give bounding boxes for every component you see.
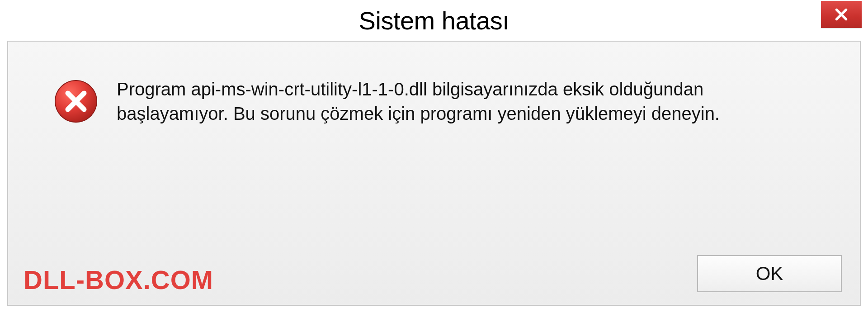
close-icon — [833, 6, 849, 23]
close-button[interactable] — [821, 1, 862, 28]
watermark-text: DLL-BOX.COM — [24, 265, 213, 295]
dialog-title: Sistem hatası — [359, 6, 509, 35]
ok-button-label: OK — [756, 263, 783, 285]
dialog-content: Program api-ms-win-crt-utility-l1-1-0.dl… — [53, 77, 808, 126]
titlebar: Sistem hatası — [0, 0, 868, 41]
ok-button[interactable]: OK — [697, 255, 842, 292]
error-icon — [53, 79, 99, 124]
dialog-footer: DLL-BOX.COM OK — [8, 246, 860, 305]
error-message: Program api-ms-win-crt-utility-l1-1-0.dl… — [117, 77, 808, 126]
dialog-panel: Program api-ms-win-crt-utility-l1-1-0.dl… — [7, 41, 861, 306]
